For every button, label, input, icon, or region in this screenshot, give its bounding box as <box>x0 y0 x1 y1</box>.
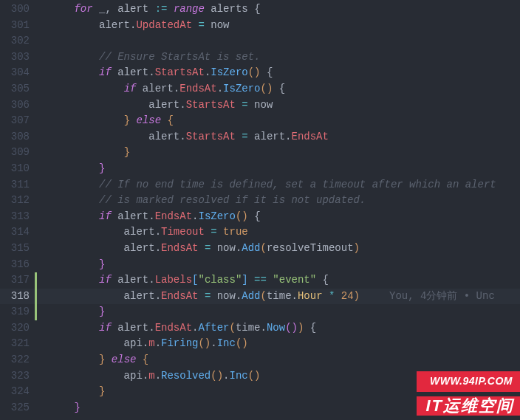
code-token: = <box>242 99 247 111</box>
code-token: alert <box>136 83 173 94</box>
code-token: { <box>143 354 148 365</box>
code-line[interactable]: alert.EndsAt = now.Add(time.Hour * 24)Yo… <box>37 289 520 305</box>
code-line[interactable]: if alert.StartsAt.IsZero() { <box>37 65 520 81</box>
code-token: else <box>136 114 161 126</box>
code-line[interactable]: } else { <box>37 113 520 129</box>
code-line[interactable]: if alert.EndsAt.After(time.Now()) { <box>37 320 520 337</box>
code-token: } <box>74 402 80 413</box>
code-token: alert <box>37 99 179 111</box>
line-number: 315 <box>0 241 30 257</box>
code-token: // Ensure StartsAt is set. <box>99 51 260 63</box>
code-line[interactable]: // is marked resolved if it is not updat… <box>37 193 520 209</box>
code-area[interactable]: for _, alert := range alerts { alert.Upd… <box>37 0 520 420</box>
code-token: ( <box>230 322 236 334</box>
line-number: 323 <box>0 368 30 385</box>
code-token: . <box>292 290 298 302</box>
code-token <box>248 210 254 222</box>
code-token: { <box>254 210 260 222</box>
line-number: 321 <box>0 336 30 352</box>
code-token: alert <box>37 226 155 238</box>
code-token: alert <box>112 274 148 286</box>
code-token <box>236 131 242 142</box>
code-token <box>37 402 74 413</box>
code-line[interactable]: if alert.EndsAt.IsZero() { <box>37 81 520 97</box>
code-token: Hour <box>298 290 323 302</box>
code-token: IsZero <box>223 83 260 94</box>
code-token: StartsAt <box>186 131 236 142</box>
code-token: Inc <box>217 337 236 349</box>
git-blame-annotation: You, 4分钟前 • Unc <box>389 290 495 302</box>
code-line[interactable]: } else { <box>37 352 520 368</box>
code-token: Add <box>242 290 260 302</box>
code-token: { <box>323 274 329 286</box>
line-number: 306 <box>0 97 30 114</box>
code-token: Resolved <box>161 370 211 382</box>
code-token: Now <box>267 322 285 334</box>
code-line[interactable] <box>37 33 520 49</box>
code-token: . <box>174 83 179 94</box>
code-token: Inc <box>229 370 247 382</box>
code-token: . <box>155 337 161 349</box>
code-token: . <box>155 290 161 302</box>
code-token: time <box>267 290 292 302</box>
code-token: // is marked resolved if it is not updat… <box>99 194 366 206</box>
line-number: 308 <box>0 129 30 145</box>
code-token: = <box>211 226 216 238</box>
line-number: 301 <box>0 18 30 34</box>
code-token <box>37 162 99 174</box>
code-token: now <box>211 290 236 302</box>
code-token <box>136 354 142 365</box>
code-token: } <box>99 385 105 397</box>
code-token: () <box>236 210 248 222</box>
code-token <box>316 274 322 286</box>
code-token: "class" <box>198 274 242 286</box>
code-token: } <box>124 146 130 158</box>
code-token: StartsAt <box>186 99 236 111</box>
code-token: . <box>143 370 148 382</box>
line-number: 320 <box>0 320 30 337</box>
line-number: 314 <box>0 224 30 241</box>
code-line[interactable]: alert.Timeout = true <box>37 224 520 241</box>
code-line[interactable]: alert.StartsAt = now <box>37 97 520 114</box>
code-line[interactable]: // If no end time is defined, set a time… <box>37 177 520 193</box>
code-line[interactable]: } <box>37 257 520 273</box>
line-number: 300 <box>0 1 30 18</box>
code-token: ) <box>354 242 360 254</box>
code-token: ( <box>261 290 267 302</box>
code-token: () <box>285 322 298 334</box>
line-number: 317 <box>0 272 30 289</box>
code-token <box>248 274 254 286</box>
code-token: if <box>99 274 112 286</box>
code-token: = <box>242 131 247 142</box>
code-token <box>37 322 99 334</box>
code-line[interactable]: } <box>37 145 520 161</box>
code-line[interactable]: // Ensure StartsAt is set. <box>37 49 520 66</box>
code-token: () <box>248 66 261 78</box>
code-line[interactable]: alert.EndsAt = now.Add(resolveTimeout) <box>37 241 520 257</box>
code-line[interactable]: } <box>37 161 520 177</box>
code-token <box>37 66 99 78</box>
code-editor[interactable]: 3003013023033043053063073083093103113123… <box>0 0 520 420</box>
code-token <box>217 226 223 238</box>
code-line[interactable]: } <box>37 304 520 320</box>
code-line[interactable]: alert.StartsAt = alert.EndsAt <box>37 129 520 145</box>
code-line[interactable]: for _, alert := range alerts { <box>37 1 520 18</box>
code-line[interactable]: alert.UpdatedAt = now <box>37 18 520 34</box>
code-token: } <box>99 306 105 317</box>
code-line[interactable]: api.m.Firing().Inc() <box>37 336 520 352</box>
code-token <box>273 83 278 94</box>
code-token: StartsAt <box>155 66 205 78</box>
code-token: . <box>143 337 148 349</box>
line-number: 302 <box>0 33 30 49</box>
code-token: alert <box>248 131 285 142</box>
code-token: } <box>99 258 105 270</box>
code-token: EndsAt <box>292 131 329 142</box>
code-token: . <box>148 210 154 222</box>
code-token <box>323 290 329 302</box>
code-token: for <box>74 3 92 15</box>
code-line[interactable]: if alert.Labels["class"] == "event" { <box>37 272 520 289</box>
code-token <box>37 354 99 365</box>
line-number: 316 <box>0 257 30 273</box>
code-token: . <box>155 226 161 238</box>
code-line[interactable]: if alert.EndsAt.IsZero() { <box>37 209 520 225</box>
